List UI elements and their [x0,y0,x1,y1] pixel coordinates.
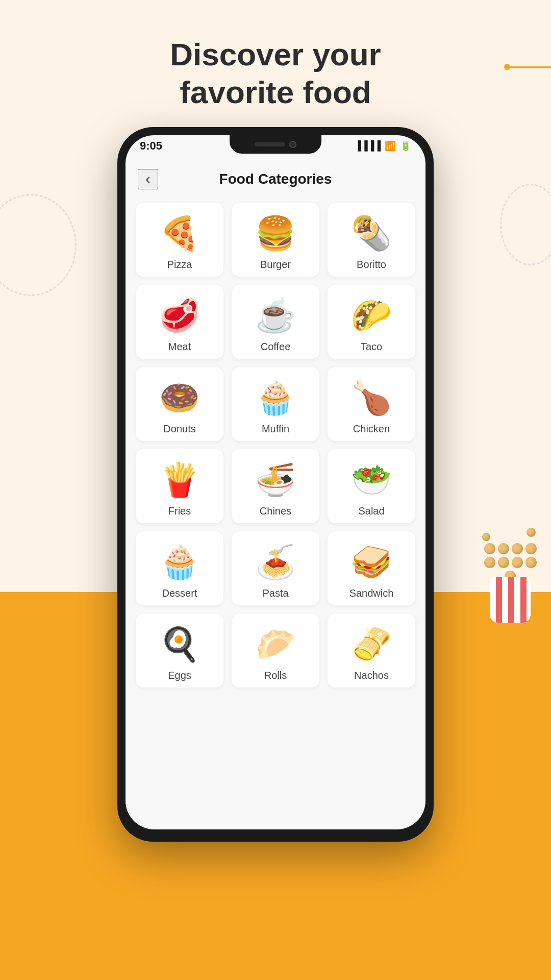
rolls-label: Rolls [264,670,287,681]
status-time: 9:05 [140,139,162,153]
wifi-icon: 📶 [385,140,396,152]
taco-label: Taco [361,341,382,353]
fries-icon: 🍟 [159,459,200,500]
salad-label: Salad [358,505,384,517]
category-card-salad[interactable]: 🥗Salad [328,449,415,523]
category-card-pasta[interactable]: 🍝Pasta [232,531,319,605]
category-card-boritto[interactable]: 🌯Boritto [328,203,415,277]
salad-icon: 🥗 [351,459,392,500]
sandwich-label: Sandwich [349,587,394,599]
category-card-nachos[interactable]: 🫔Nachos [328,614,415,688]
chicken-icon: 🍗 [351,377,392,418]
back-button[interactable]: ‹ [138,169,158,189]
phone-mockup: 9:05 ▐▐▐▐ 📶 🔋 ‹ Food Categories [0,127,551,842]
category-card-taco[interactable]: 🌮Taco [328,285,415,359]
taco-icon: 🌮 [351,295,392,336]
category-card-burger[interactable]: 🍔Burger [232,203,319,277]
phone-notch [230,135,321,154]
boritto-icon: 🌯 [351,213,392,254]
nachos-icon: 🫔 [351,624,392,665]
category-card-muffin[interactable]: 🧁Muffin [232,367,319,441]
fries-label: Fries [168,505,191,517]
hero-section: Discover your favorite food [0,0,551,112]
speaker [255,142,285,146]
category-card-chicken[interactable]: 🍗Chicken [328,367,415,441]
category-card-pizza[interactable]: 🍕Pizza [136,203,223,277]
coffee-label: Coffee [261,341,291,353]
category-card-coffee[interactable]: ☕Coffee [232,285,319,359]
chines-label: Chines [260,505,291,517]
category-card-fries[interactable]: 🍟Fries [136,449,223,523]
hero-title: Discover your favorite food [0,36,551,112]
category-card-rolls[interactable]: 🥟Rolls [232,614,319,688]
category-card-dessert[interactable]: 🧁Dessert [136,531,223,605]
muffin-icon: 🧁 [255,377,296,418]
categories-grid: 🍕Pizza🍔Burger🌯Boritto🥩Meat☕Coffee🌮Taco🍩D… [126,198,425,698]
pizza-label: Pizza [167,259,192,271]
status-icons: ▐▐▐▐ 📶 🔋 [355,140,411,152]
app-header: ‹ Food Categories [126,163,425,198]
rolls-icon: 🥟 [255,624,296,665]
dessert-icon: 🧁 [159,542,200,582]
coffee-icon: ☕ [255,295,296,336]
camera [289,141,296,148]
pizza-icon: 🍕 [159,213,200,254]
burger-icon: 🍔 [255,213,296,254]
category-card-chines[interactable]: 🍜Chines [232,449,319,523]
nachos-label: Nachos [354,670,389,681]
burger-label: Burger [260,259,291,271]
pasta-label: Pasta [262,587,288,599]
eggs-label: Eggs [168,670,191,681]
category-card-eggs[interactable]: 🍳Eggs [136,614,223,688]
chicken-label: Chicken [353,423,390,435]
category-card-meat[interactable]: 🥩Meat [136,285,223,359]
battery-icon: 🔋 [400,140,411,152]
screen-title: Food Categories [219,171,332,187]
meat-icon: 🥩 [159,295,200,336]
eggs-icon: 🍳 [159,624,200,665]
donuts-label: Donuts [163,423,195,435]
chines-icon: 🍜 [255,459,296,500]
dessert-label: Dessert [162,587,197,599]
category-card-donuts[interactable]: 🍩Donuts [136,367,223,441]
sandwich-icon: 🥪 [351,542,392,582]
donuts-icon: 🍩 [159,377,200,418]
signal-icon: ▐▐▐▐ [355,140,381,151]
pasta-icon: 🍝 [255,542,296,582]
muffin-label: Muffin [262,423,289,435]
meat-label: Meat [168,341,191,353]
boritto-label: Boritto [357,259,386,271]
category-card-sandwich[interactable]: 🥪Sandwich [328,531,415,605]
